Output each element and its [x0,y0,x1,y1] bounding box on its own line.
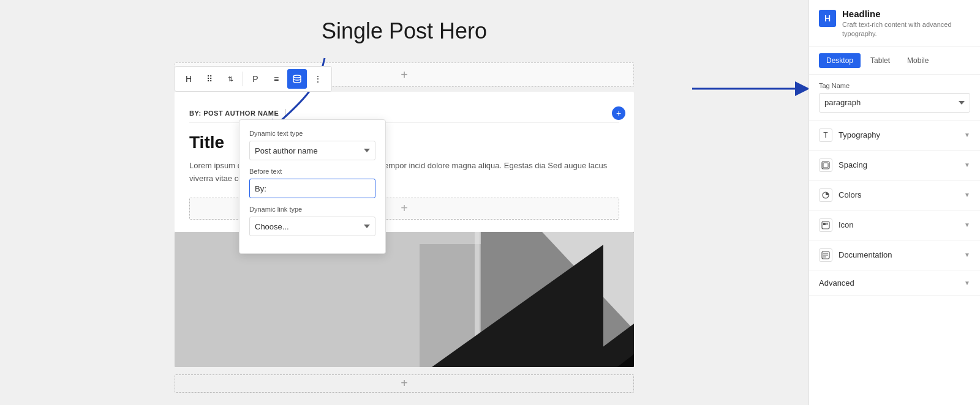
toolbar-align-button[interactable]: ≡ [266,69,286,89]
documentation-svg-icon [821,251,830,259]
link-type-select[interactable]: Choose... [249,217,375,236]
tab-mobile[interactable]: Mobile [900,53,936,68]
icon-header[interactable]: Icon ▼ [809,210,980,240]
icon-chevron: ▼ [964,221,970,228]
toolbar-dynamic-button[interactable] [287,69,307,89]
dynamic-popup: Dynamic text type Post author name Befor… [239,119,386,254]
icon-icon [819,218,832,232]
tag-name-label: Tag Name [819,82,970,89]
page-title: Single Post Hero [322,18,487,44]
plus-icon-section: + [401,376,408,390]
panel-header: H Headline Craft text-rich content with … [809,0,980,47]
colors-svg-icon [821,191,830,199]
toolbar-h-button[interactable]: H [179,69,198,89]
icon-label: Icon [839,220,958,229]
tag-name-select[interactable]: paragraph h1 h2 h3 div span [819,93,970,113]
toolbar-arrows-button[interactable]: ⇅ [221,69,240,89]
advanced-chevron: ▼ [964,280,970,286]
spacing-icon [819,158,832,172]
spacing-label: Spacing [839,160,958,169]
colors-label: Colors [839,190,958,199]
spacing-svg-icon [821,161,830,169]
svg-rect-16 [826,225,828,225]
before-text-label: Before text [249,168,375,175]
dynamic-type-select[interactable]: Post author name [249,141,375,160]
panel-subtitle: Craft text-rich content with advanced ty… [842,20,970,39]
svg-rect-15 [826,223,828,224]
advanced-section[interactable]: Advanced ▼ [809,270,980,296]
colors-chevron: ▼ [964,191,970,198]
plus-icon-top: + [401,68,408,82]
documentation-icon [819,248,832,262]
documentation-chevron: ▼ [964,251,970,258]
block-toolbar: H ⠿ ⇅ P ≡ ⋮ [175,66,332,92]
advanced-label: Advanced [819,278,854,288]
toolbar-more-button[interactable]: ⋮ [308,69,328,89]
colors-accordion: Colors ▼ [809,180,980,210]
panel-title: Headline [842,9,970,19]
svg-rect-14 [823,223,826,225]
documentation-accordion: Documentation ▼ [809,240,980,270]
plus-badge[interactable]: + [612,106,625,120]
typography-icon: T [819,128,832,142]
link-type-label: Dynamic link type [249,206,375,213]
panel-title-group: Headline Craft text-rich content with ad… [842,9,970,39]
database-icon [292,74,302,84]
svg-marker-4 [542,232,634,330]
spacing-header[interactable]: Spacing ▼ [809,150,980,180]
toolbar-separator-1 [243,72,243,86]
spacing-accordion: Spacing ▼ [809,150,980,180]
dynamic-type-label: Dynamic text type [249,130,375,137]
typography-accordion: T Typography ▼ [809,121,980,150]
right-panel: H Headline Craft text-rich content with … [809,0,980,405]
svg-rect-11 [823,163,828,168]
icon-svg-icon [821,221,830,229]
colors-header[interactable]: Colors ▼ [809,180,980,210]
tag-name-section: Tag Name paragraph h1 h2 h3 div span [809,75,980,121]
author-text: BY: POST AUTHOR NAME [189,110,279,117]
before-text-input[interactable] [249,179,375,198]
typography-label: Typography [839,130,958,139]
typography-chevron: ▼ [964,132,970,138]
add-section-button[interactable]: + [175,374,634,393]
colors-icon [819,188,832,202]
toolbar-p-button[interactable]: P [246,69,265,89]
author-separator [285,109,285,117]
panel-widget-icon: H [819,10,836,27]
tab-tablet[interactable]: Tablet [863,53,897,68]
panel-tabs: Desktop Tablet Mobile [809,47,980,75]
plus-icon-readmore: + [401,201,408,215]
svg-point-0 [293,75,301,78]
svg-rect-7 [475,232,480,367]
spacing-chevron: ▼ [964,162,970,168]
tab-desktop[interactable]: Desktop [819,53,861,68]
icon-accordion: Icon ▼ [809,210,980,240]
canvas-area: Single Post Hero + H ⠿ ⇅ P ≡ ⋮ [0,0,809,405]
documentation-header[interactable]: Documentation ▼ [809,240,980,270]
toolbar-drag-button[interactable]: ⠿ [200,69,219,89]
documentation-label: Documentation [839,250,958,259]
typography-header[interactable]: T Typography ▼ [809,121,980,150]
